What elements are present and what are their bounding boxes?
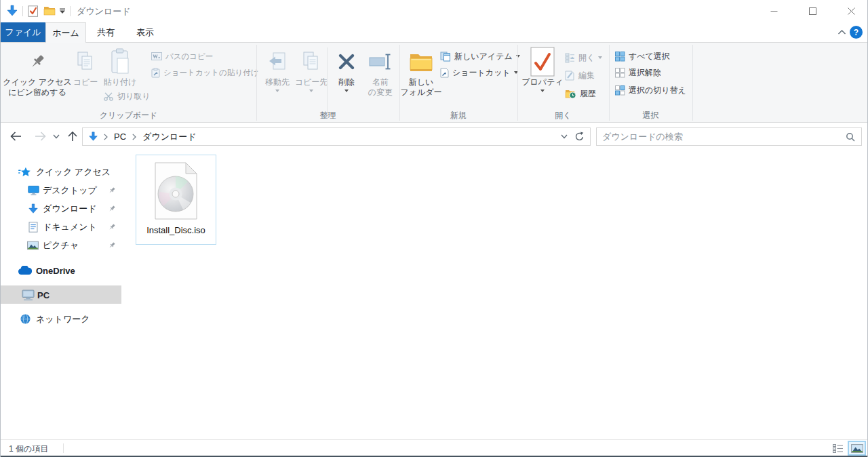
rename-icon	[369, 47, 392, 77]
pin-to-quick-access-button[interactable]: クイック アクセス にピン留めする	[3, 47, 71, 98]
breadcrumb-pc[interactable]: PC	[111, 132, 129, 142]
forward-arrow-icon	[34, 131, 47, 142]
search-icon[interactable]	[846, 132, 855, 142]
dropdown-caret	[275, 90, 279, 92]
pin-icon	[108, 186, 116, 195]
up-button[interactable]	[63, 127, 82, 146]
sidebar-item-desktop[interactable]: デスクトップ	[1, 181, 121, 199]
tab-file[interactable]: ファイル	[1, 22, 45, 42]
window-title: ダウンロード	[77, 5, 131, 18]
ribbon-tab-strip: ファイル ホーム 共有 表示 ?	[1, 22, 867, 42]
invert-selection-icon	[615, 85, 625, 96]
group-label-new: 新規	[399, 110, 517, 121]
pin-icon	[108, 205, 116, 213]
sidebar-item-downloads[interactable]: ダウンロード	[1, 199, 121, 218]
delete-button[interactable]: 削除	[332, 47, 361, 92]
copy-icon	[76, 47, 95, 77]
tab-share[interactable]: 共有	[86, 22, 125, 42]
inner-separator	[327, 47, 328, 115]
qat-separator	[22, 6, 23, 16]
properties-qat-icon[interactable]	[28, 5, 39, 17]
breadcrumb-chevron-icon[interactable]	[132, 134, 136, 140]
maximize-icon	[809, 7, 816, 15]
details-view-button[interactable]	[831, 442, 846, 455]
close-button[interactable]	[834, 0, 868, 22]
open-button: 開く	[565, 51, 602, 64]
tab-view[interactable]: 表示	[125, 22, 165, 42]
minimize-button[interactable]	[757, 0, 791, 22]
new-item-button[interactable]: 新しいアイテム	[440, 49, 520, 63]
file-item-install-disc-iso[interactable]: Install_Disc.iso	[136, 155, 216, 245]
group-label-organize: 整理	[256, 110, 399, 121]
explorer-window: ダウンロード ファイル ホーム 共有 表示 ? クイック アクセス にピン留めす…	[0, 0, 868, 457]
iso-disc-image-icon	[155, 162, 198, 220]
paste-shortcut-icon	[151, 68, 160, 78]
main-area: クイック アクセス デスクトップ ダウンロード ドキュメント	[1, 151, 867, 439]
select-none-button[interactable]: 選択解除	[615, 66, 661, 79]
properties-icon	[530, 47, 555, 77]
new-folder-icon	[409, 47, 433, 77]
back-button[interactable]	[6, 127, 25, 146]
copy-path-button: パスのコピー	[151, 49, 213, 63]
pin-icon	[108, 223, 116, 231]
new-shortcut-button[interactable]: ショートカット	[440, 66, 518, 79]
new-folder-button[interactable]: 新しい フォルダー	[401, 47, 441, 98]
qat-customize-chevron-icon[interactable]	[59, 8, 66, 14]
copy-path-icon	[151, 52, 162, 60]
shortcut-icon	[440, 68, 449, 78]
sidebar-item-network[interactable]: ネットワーク	[1, 310, 121, 328]
cut-button: 切り取り	[104, 90, 151, 103]
network-globe-icon	[19, 313, 32, 325]
chevron-up-icon	[837, 29, 846, 35]
tab-home[interactable]: ホーム	[45, 22, 86, 43]
sidebar-item-pictures[interactable]: ピクチャ	[1, 236, 121, 254]
new-folder-qat-icon[interactable]	[43, 6, 56, 16]
breadcrumb-chevron-icon[interactable]	[104, 134, 108, 140]
back-arrow-icon	[9, 131, 22, 142]
copy-button: コピー	[70, 47, 101, 87]
properties-button[interactable]: プロパティ	[521, 47, 564, 92]
open-icon	[565, 53, 575, 63]
up-arrow-icon	[67, 130, 78, 142]
sidebar-item-onedrive[interactable]: OneDrive	[1, 261, 121, 279]
status-separator	[63, 443, 64, 453]
search-input[interactable]	[597, 132, 846, 142]
sidebar-item-quick-access[interactable]: クイック アクセス	[1, 163, 121, 181]
scissors-icon	[104, 92, 114, 101]
refresh-button[interactable]	[574, 132, 585, 142]
dropdown-caret	[309, 90, 313, 92]
group-label-open: 開く	[517, 110, 609, 121]
quick-access-star-icon	[18, 166, 32, 178]
breadcrumb-current[interactable]: ダウンロード	[140, 131, 199, 143]
group-separator	[692, 45, 693, 121]
downloads-folder-icon	[6, 5, 18, 17]
details-view-icon	[833, 444, 844, 453]
maximize-button[interactable]	[795, 0, 829, 22]
sidebar-item-documents[interactable]: ドキュメント	[1, 218, 121, 236]
select-none-icon	[615, 68, 625, 78]
move-to-icon	[267, 47, 288, 77]
history-button[interactable]: 履歴	[565, 87, 596, 100]
edit-icon	[565, 71, 575, 81]
downloads-crumb-icon	[88, 132, 98, 142]
status-bar: 1 個の項目	[1, 439, 867, 456]
address-dropdown-chevron[interactable]	[561, 134, 568, 139]
documents-icon	[28, 222, 38, 233]
ribbon-home: クイック アクセス にピン留めする コピー 貼り付け 切り取り パスのコピー	[1, 42, 867, 123]
new-item-icon	[440, 52, 451, 62]
invert-selection-button[interactable]: 選択の切り替え	[615, 83, 686, 97]
help-glyph: ?	[854, 28, 859, 37]
select-all-button[interactable]: すべて選択	[615, 49, 670, 63]
recent-locations-chevron[interactable]	[50, 127, 63, 146]
collapse-ribbon-button[interactable]	[837, 29, 846, 35]
pushpin-icon	[28, 47, 46, 77]
desktop-icon	[28, 185, 39, 195]
address-bar[interactable]: PC ダウンロード	[82, 127, 591, 146]
pictures-icon	[27, 241, 39, 250]
forward-button	[31, 127, 50, 146]
thumbnail-view-icon	[851, 444, 863, 453]
sidebar-item-pc[interactable]: PC	[1, 285, 121, 304]
help-button[interactable]: ?	[850, 26, 863, 39]
copy-to-icon	[302, 47, 321, 77]
thumbnail-view-button[interactable]	[848, 441, 866, 456]
